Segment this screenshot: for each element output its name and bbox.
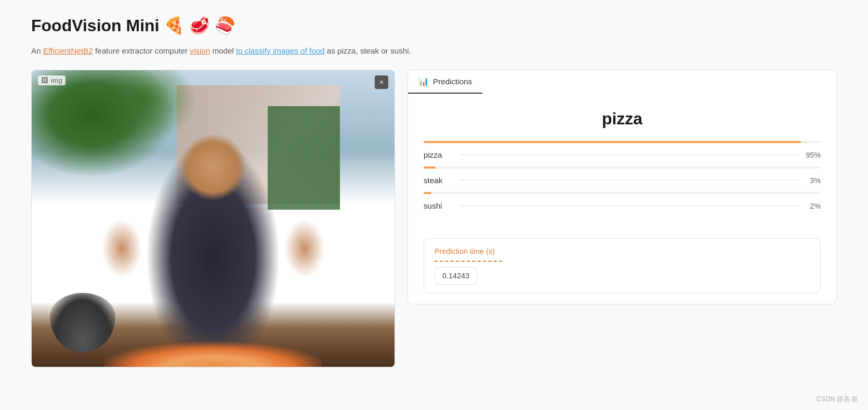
main-content: 🖼 img × 📊 P [31,70,837,367]
efficientnetb2-link[interactable]: EfficientNetB2 [43,46,93,55]
prediction-label-steak: steak [424,176,455,185]
predictions-tab[interactable]: 📊 Predictions [408,70,482,94]
food-image [32,70,394,367]
bar-track-pizza [424,141,821,143]
prediction-dots-steak [460,180,797,181]
close-button[interactable]: × [375,75,388,89]
image-panel: 🖼 img × [31,70,395,367]
prediction-items: pizza95%steak3%sushi2% [424,141,821,211]
watermark-text: CSDN @高 朋 [817,395,858,403]
prediction-pct-steak: 3% [803,176,821,185]
predictions-panel: 📊 Predictions pizza pizza95%steak3%sushi… [407,70,837,304]
image-label: 🖼 img [38,75,65,85]
prediction-row-sushi: sushi2% [424,199,821,211]
prediction-time-value: 0.14243 [435,267,477,285]
bar-track-sushi [424,192,821,194]
app-description: An EfficientNetB2 feature extractor comp… [31,45,837,57]
prediction-label-pizza: pizza [424,150,455,159]
pizza-emoji: 🍕 [164,16,185,35]
bg-hands [50,204,376,293]
bar-track-steak [424,166,821,169]
prediction-item-sushi: sushi2% [424,192,821,211]
app-title: FoodVision Mini 🍕 🥩 🍣 [31,16,837,35]
classify-link[interactable]: to classify images of food [236,46,325,55]
prediction-row-steak: steak3% [424,174,821,186]
prediction-pct-sushi: 2% [803,202,821,210]
main-prediction-label: pizza [424,109,821,129]
bar-fill-sushi [424,192,431,194]
image-label-text: img [51,76,62,84]
prediction-pct-pizza: 95% [803,151,821,159]
bar-fill-steak [424,166,436,169]
prediction-row-pizza: pizza95% [424,148,821,160]
sushi-emoji: 🍣 [215,16,235,35]
predictions-content: pizza pizza95%steak3%sushi2% [408,94,836,228]
predictions-tab-label: Predictions [433,77,472,86]
close-icon: × [379,78,384,86]
prediction-time-label: Prediction time (s) [435,247,810,255]
prediction-label-sushi: sushi [424,201,455,210]
app-title-text: FoodVision Mini [31,16,160,35]
image-icon: 🖼 [41,76,48,84]
steak-emoji: 🥩 [189,16,210,35]
prediction-dots-sushi [460,206,797,206]
prediction-item-pizza: pizza95% [424,141,821,160]
prediction-item-steak: steak3% [424,166,821,186]
watermark: CSDN @高 朋 [817,395,858,404]
prediction-time-section: Prediction time (s) 0.14243 [424,238,821,293]
prediction-dots-pizza [460,155,797,155]
prediction-time-underline [435,261,502,262]
bg-pizza [104,323,322,367]
bar-fill-pizza [424,141,801,143]
predictions-tab-icon: 📊 [418,76,429,86]
vision-link[interactable]: vision [190,46,210,55]
page-container: FoodVision Mini 🍕 🥩 🍣 An EfficientNetB2 … [0,0,868,383]
